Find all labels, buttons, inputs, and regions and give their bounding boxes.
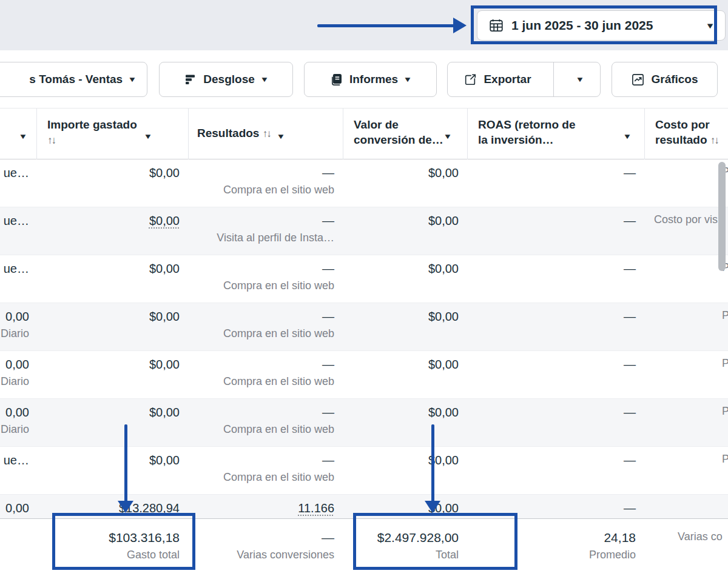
column-header-label: Resultados [197, 127, 259, 139]
results-cell: — Compra en el sitio web [188, 351, 343, 399]
annotation-arrowhead-down [425, 501, 440, 513]
summary-roas: 24,18 Promedio [467, 519, 644, 582]
results-cell: — Compra en el sitio web [188, 255, 343, 303]
table-row[interactable]: ue… $0,00 — Compra en el sitio web $0,00… [0, 447, 728, 495]
table-row[interactable]: 0,00 $13.280,94 11.166 $0,00 — [0, 495, 728, 518]
conversion-value-cell: $0,00 [343, 399, 467, 447]
cost-per-result-cell: P [644, 303, 728, 351]
results-subtitle: Compra en el sitio web [188, 278, 334, 293]
roas-cell: — [467, 447, 644, 495]
column-header-roas[interactable]: ROAS (retorno de la inversión… ▼ [467, 109, 644, 159]
cost-per-result-subtitle: P [644, 259, 728, 275]
column-header-valor-conversion[interactable]: Valor de conversión de… ▼ [343, 109, 467, 159]
amount-spent-value: $13.280,94 [36, 499, 180, 517]
breakdown-icon [184, 73, 197, 86]
budget-value: ue… [0, 164, 29, 182]
table-row[interactable]: 0,00 Diario $0,00 — Compra en el sitio w… [0, 351, 728, 399]
amount-spent-cell: $13.280,94 [36, 495, 188, 518]
conversion-value-cell: $0,00 [343, 303, 467, 351]
roas-cell: — [467, 399, 644, 447]
amount-spent-value: $0,00 [36, 451, 180, 469]
cost-per-result-cell: P [644, 351, 728, 399]
chevron-down-icon: ▼ [19, 129, 28, 144]
cost-per-result-cell [644, 495, 728, 518]
conversion-value-cell: $0,00 [343, 495, 467, 518]
results-value: — [188, 355, 334, 373]
table-row[interactable]: 0,00 Diario $0,00 — Compra en el sitio w… [0, 399, 728, 447]
budget-value: 0,00 [0, 403, 29, 421]
conversion-value-cell: $0,00 [343, 351, 467, 399]
date-range-picker[interactable]: 1 jun 2025 - 30 jun 2025 ▼ [477, 10, 726, 41]
amount-spent-value: $0,00 [36, 164, 180, 182]
budget-value: ue… [0, 259, 29, 278]
conversion-value: $0,00 [343, 499, 459, 517]
reports-button[interactable]: Informes ▼ [304, 62, 437, 97]
column-header-importe-gastado[interactable]: Importe gastado ↑↓ ▼ [36, 109, 188, 159]
budget-value: ue… [0, 212, 29, 230]
budget-value: 0,00 [0, 307, 29, 326]
results-cell: — Compra en el sitio web [188, 447, 343, 495]
reports-label: Informes [349, 73, 398, 86]
table-row[interactable]: 0,00 Diario $0,00 — Compra en el sitio w… [0, 303, 728, 351]
amount-spent-cell: $0,00 [36, 351, 188, 399]
amount-spent-cell: $0,00 [36, 447, 188, 495]
results-cell: — Compra en el sitio web [188, 399, 343, 447]
column-header-label: Importe gastado [47, 118, 137, 131]
table-row[interactable]: ue… $0,00 — Compra en el sitio web $0,00… [0, 255, 728, 303]
table-row[interactable]: ue… $0,00 — Compra en el sitio web $0,00… [0, 159, 728, 207]
conversion-value-cell: $0,00 [343, 447, 467, 495]
roas-value: — [467, 212, 636, 230]
column-header-resultados[interactable]: Resultados ↑↓ ▼ [188, 109, 343, 159]
amount-spent-cell: $0,00 [36, 159, 188, 207]
roas-value: — [467, 451, 636, 469]
annotation-arrow-to-date [317, 24, 456, 27]
amount-spent-cell: $0,00 [36, 207, 188, 255]
cost-per-result-subtitle: P [644, 451, 728, 467]
conversion-value: $0,00 [343, 259, 459, 278]
export-button[interactable]: Exportar [448, 73, 547, 86]
amount-spent-cell: $0,00 [36, 399, 188, 447]
total-conversion-value: $2.497.928,00 [343, 529, 459, 547]
results-value: — [188, 212, 334, 230]
total-spend-label: Gasto total [36, 547, 180, 563]
budget-cell: 0,00 Diario [0, 303, 36, 351]
results-subtitle: Compra en el sitio web [188, 373, 334, 389]
charts-button[interactable]: Gráficos [612, 62, 718, 97]
chevron-down-icon: ▼ [144, 129, 153, 144]
vertical-scrollbar[interactable] [718, 162, 726, 271]
charts-label: Gráficos [651, 73, 698, 86]
cost-per-result-cell: Costo por vis [644, 207, 728, 255]
budget-value: 0,00 [0, 499, 29, 517]
roas-value: — [467, 307, 636, 326]
results-subtitle: Compra en el sitio web [188, 326, 334, 341]
table-header-row: ▼ Importe gastado ↑↓ ▼ Resultados ↑↓ ▼ V… [0, 108, 728, 159]
export-split-button[interactable]: Exportar ▼ [447, 62, 601, 97]
summary-results: — Varias conversiones [188, 519, 343, 582]
campaign-filter-button[interactable]: s Tomás - Ventas ▼ [0, 62, 147, 97]
cost-per-result-subtitle: P [644, 164, 728, 179]
chevron-down-icon: ▼ [277, 129, 286, 144]
results-subtitle: Visita al perfil de Insta… [188, 230, 334, 246]
roas-value: — [467, 164, 636, 182]
budget-subtitle: Diario [0, 421, 29, 437]
cost-per-result-cell: P [644, 255, 728, 303]
conversion-value: $0,00 [343, 355, 459, 373]
conversion-value: $0,00 [343, 164, 459, 182]
conversion-value: $0,00 [343, 307, 459, 326]
cost-per-result-cell: P [644, 159, 728, 207]
total-spend-value: $103.316,18 [36, 529, 180, 547]
total-conversion-label: Total [343, 547, 459, 563]
results-subtitle: Compra en el sitio web [188, 421, 334, 437]
column-header-budget[interactable]: ▼ [0, 109, 36, 159]
conversion-value: $0,00 [343, 212, 459, 230]
amount-spent-cell: $0,00 [36, 255, 188, 303]
export-icon [463, 73, 477, 86]
roas-cell: — [467, 207, 644, 255]
breakdown-button[interactable]: Desglose ▼ [159, 62, 293, 97]
column-header-costo-por-resultado[interactable]: Costo por resultado ↑↓ [644, 109, 728, 159]
budget-cell: ue… [0, 159, 36, 207]
conversion-value: $0,00 [343, 403, 459, 421]
table-row[interactable]: ue… $0,00 — Visita al perfil de Insta… $… [0, 207, 728, 255]
export-options-button[interactable]: ▼ [560, 76, 600, 83]
results-value: — [188, 307, 334, 326]
